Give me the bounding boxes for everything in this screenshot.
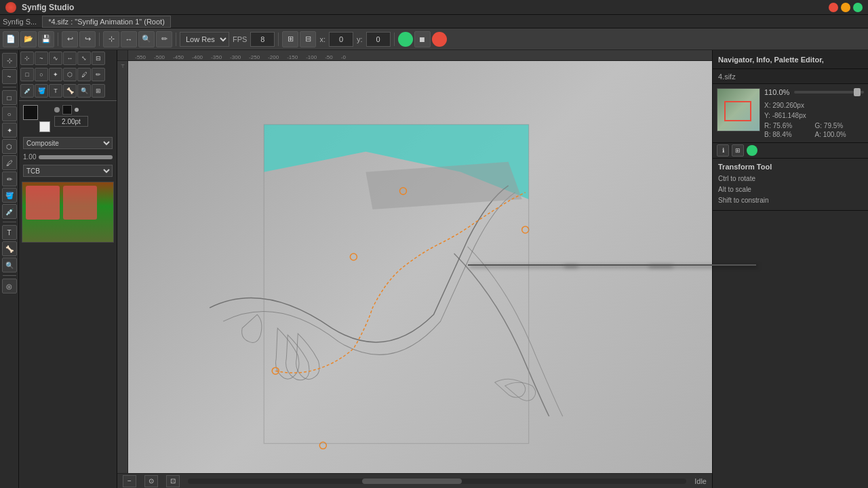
tp-btn14[interactable]: 🪣 (35, 84, 48, 98)
stop-btn[interactable]: ⏹ (414, 31, 431, 47)
tp-btn1[interactable]: ⊹ (20, 52, 34, 65)
tool-fill[interactable]: 🪣 (2, 188, 17, 203)
maximize-button[interactable] (853, 3, 863, 12)
tp-btn12[interactable]: ✏ (92, 68, 105, 81)
tool-star[interactable]: ✦ (2, 123, 17, 138)
amount-slider[interactable] (39, 155, 113, 159)
quality-dropdown[interactable]: Low Res (180, 32, 229, 47)
ruler-corner (117, 50, 128, 61)
tp-btn7[interactable]: □ (20, 68, 34, 81)
scroll-h-thumb[interactable] (362, 479, 462, 484)
open-btn[interactable]: 📂 (20, 31, 37, 47)
tool-bline[interactable]: 🖊 (2, 155, 17, 170)
zoom-btn[interactable]: 🔍 (138, 31, 155, 47)
titlebar: Synfig Studio (0, 0, 868, 15)
minimize-button[interactable] (841, 3, 850, 12)
zoom-slider[interactable] (794, 91, 864, 94)
save-btn[interactable]: 💾 (38, 31, 54, 47)
y-input[interactable] (366, 32, 391, 47)
tp-btn3[interactable]: ∿ (49, 52, 62, 65)
bg-color-swatch[interactable] (39, 121, 50, 132)
a-val: A: 100.0% (815, 131, 865, 138)
tool-grid-row3: 💉 🪣 T 🦴 🔍 ⊞ (19, 83, 117, 99)
zoom-slider-thumb[interactable] (854, 88, 861, 96)
tp-btn13[interactable]: 💉 (20, 84, 34, 98)
color-swatches (23, 105, 50, 132)
svg-point-2 (522, 226, 529, 233)
subbar: Synfig S... *4.sifz : "Synfig Animation … (0, 15, 868, 28)
fg-color-swatch[interactable] (23, 105, 38, 120)
color-preview[interactable] (62, 105, 72, 115)
tp-div1 (19, 100, 117, 101)
sep1 (58, 33, 58, 46)
play-btn[interactable] (398, 32, 413, 47)
x-input[interactable] (329, 32, 353, 47)
grid-btn[interactable]: ⊞ (282, 31, 298, 47)
hint1: Ctrl to rotate (718, 174, 863, 184)
info-toolbar: ℹ ⊞ (713, 142, 868, 159)
info-btn1[interactable]: ℹ (717, 144, 729, 157)
tool-eyedrop[interactable]: 💉 (2, 204, 17, 219)
tp-btn4[interactable]: ↔ (63, 52, 77, 65)
close-button[interactable] (829, 3, 838, 12)
tool-smooth[interactable]: ~ (2, 69, 17, 84)
scroll-h-track[interactable] (188, 479, 686, 484)
fps-input[interactable] (250, 32, 275, 47)
zoom-fit-btn[interactable]: ⊡ (166, 475, 180, 487)
tool-panel: ⊹ ~ ∿ ↔ ⤡ ⊟ □ ○ ✦ ⬡ 🖊 ✏ 💉 🪣 T 🦴 🔍 ⊞ (19, 50, 117, 488)
sketch-svg (128, 61, 712, 473)
x-label: x: (317, 35, 328, 43)
tool-rect[interactable]: □ (2, 90, 17, 105)
tool-circle[interactable]: ○ (2, 106, 17, 121)
zoom-out-btn[interactable]: − (123, 475, 136, 487)
tp-btn15[interactable]: T (49, 84, 62, 98)
canvas-bottom-bar: − ⊙ ⊡ Idle (117, 473, 712, 488)
nav-thumbnail[interactable] (717, 88, 760, 131)
stroke-width-input[interactable] (54, 116, 88, 127)
tp-btn11[interactable]: 🖊 (77, 68, 91, 81)
tp-btn18[interactable]: ⊞ (92, 84, 105, 98)
canvas[interactable] (128, 61, 712, 473)
file-indicator: 4.sifz (718, 73, 736, 81)
coord-y: Y: -861.148px (764, 112, 864, 119)
snap-btn[interactable]: ⊟ (300, 31, 316, 47)
render-btn[interactable] (432, 32, 447, 47)
tool-transform[interactable]: ⊹ (2, 53, 17, 68)
amount-label: 1.00 (23, 153, 36, 161)
draw-btn[interactable]: ✏ (156, 31, 172, 47)
tp-btn8[interactable]: ○ (35, 68, 48, 81)
transform-btn[interactable]: ↔ (121, 31, 137, 47)
tool-polygon[interactable]: ⬡ (2, 139, 17, 154)
color-dot2 (75, 108, 79, 112)
zoom-100-btn[interactable]: ⊙ (144, 475, 158, 487)
tool-zoom[interactable]: 🔍 (2, 258, 17, 272)
redo-btn[interactable]: ↪ (79, 31, 96, 47)
ruler-horizontal: -550 -500 -450 -400 -350 -300 -250 -200 … (117, 50, 712, 61)
sep2 (99, 33, 100, 46)
tp-btn16[interactable]: 🦴 (63, 84, 77, 98)
undo-btn[interactable]: ↩ (62, 31, 78, 47)
file-tab[interactable]: *4.sifz : "Synfig Animation 1" (Root) (42, 16, 171, 28)
ruler-vertical: ⊤ (117, 61, 128, 473)
tool-grid-row2: □ ○ ✦ ⬡ 🖊 ✏ (19, 66, 117, 83)
file-indicator-bar: 4.sifz (713, 69, 868, 84)
tcb-select[interactable]: TCB (23, 165, 113, 177)
tp-btn9[interactable]: ✦ (49, 68, 62, 81)
tool-onion[interactable]: ◎ (2, 279, 17, 293)
tp-btn5[interactable]: ⤡ (77, 52, 91, 65)
tool-draw[interactable]: ✏ (2, 171, 17, 186)
tcb-row: TCB (19, 163, 117, 179)
tp-btn2[interactable]: ~ (35, 52, 48, 65)
new-btn[interactable]: 📄 (3, 31, 19, 47)
tp-btn17[interactable]: 🔍 (77, 84, 91, 98)
info-green-btn[interactable] (747, 145, 757, 156)
tp-btn6[interactable]: ⊟ (92, 52, 105, 65)
tp-btn10[interactable]: ⬡ (63, 68, 77, 81)
tool-text[interactable]: T (2, 225, 17, 240)
blend-select[interactable]: Composite (23, 137, 113, 149)
window-controls (829, 3, 863, 12)
r-val: R: 75.6% (764, 122, 814, 129)
info-btn2[interactable]: ⊞ (732, 144, 744, 157)
tool-bone[interactable]: 🦴 (2, 241, 17, 256)
select-btn[interactable]: ⊹ (103, 31, 119, 47)
